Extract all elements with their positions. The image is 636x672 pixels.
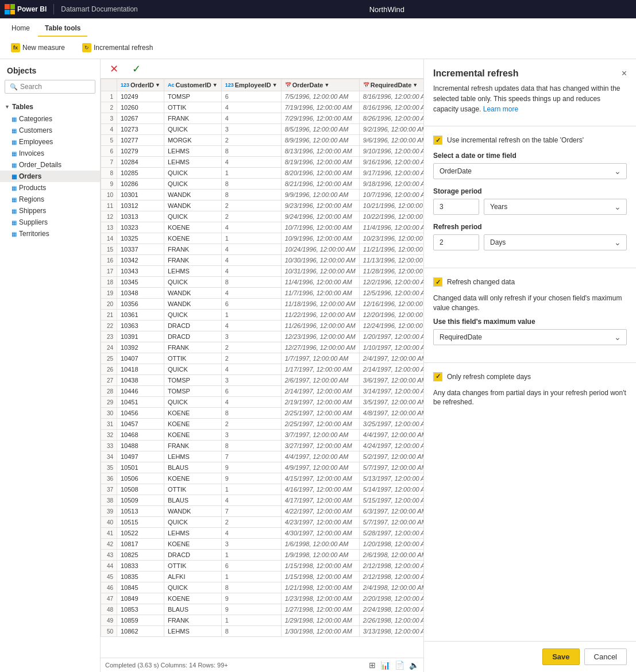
cell-orderid: 10285 [117, 168, 164, 179]
cell-employeeid: 4 [221, 528, 281, 539]
cell-orderid: 10249 [117, 91, 164, 102]
cell-orderdate: 1/29/1998, 12:00:00 AM [281, 615, 359, 626]
panel-desc-text: Incremental refresh updates data that ha… [433, 84, 620, 113]
cell-customerid: QUICK [164, 582, 221, 593]
cell-requireddate: 11/28/1996, 12:00:00 AM [359, 266, 423, 277]
field-max-select[interactable]: OrderDate RequiredDate ShippedDate [433, 329, 627, 345]
cell-orderid: 10451 [117, 397, 164, 408]
cell-requireddate: 11/4/1996, 12:00:00 AM [359, 222, 423, 233]
table-row: 2810446TOMSP62/14/1997, 12:00:00 AM3/14/… [101, 386, 424, 397]
table-row: 2110361QUICK111/22/1996, 12:00:00 AM12/2… [101, 310, 424, 320]
cell-orderid: 10312 [117, 200, 164, 211]
cell-requireddate: 2/24/1998, 12:00:00 AM [359, 604, 423, 615]
storage-period-input[interactable] [433, 199, 479, 215]
cell-orderid: 10277 [117, 135, 164, 146]
refresh-period-select[interactable]: Days Months Years [484, 234, 627, 250]
col-orderdate[interactable]: 📅 OrderDate ▼ [281, 79, 359, 91]
cell-employeeid: 8 [221, 179, 281, 190]
incremental-refresh-button[interactable]: ↻ Incremental refresh [76, 40, 159, 55]
ribbon-tabs: Home Table tools [0, 18, 636, 37]
refresh-changed-checkbox-row: Refresh changed data [433, 277, 627, 287]
sidebar-item-products[interactable]: ▦ Products [0, 182, 100, 194]
table-row: 810285QUICK18/20/1996, 12:00:00 AM9/17/1… [101, 168, 424, 179]
sidebar-item-invoices[interactable]: ▦ Invoices [0, 148, 100, 159]
use-incremental-checkbox[interactable] [433, 136, 442, 145]
cell-orderdate: 8/21/1996, 12:00:00 AM [281, 179, 359, 190]
cell-requireddate: 11/13/1996, 12:00:00 AM [359, 255, 423, 266]
cell-orderid: 10488 [117, 441, 164, 451]
cell-orderdate: 12/23/1996, 12:00:00 AM [281, 331, 359, 342]
grid-icon[interactable]: ⊞ [369, 661, 376, 670]
panel-divider-2 [424, 268, 636, 268]
table-icon: ▦ [11, 219, 17, 226]
row-number: 8 [101, 168, 117, 179]
table-row: 2510407OTTIK21/7/1997, 12:00:00 AM2/4/19… [101, 353, 424, 364]
cell-requireddate: 9/17/1996, 12:00:00 AM [359, 168, 423, 179]
cell-customerid: KOENE [164, 233, 221, 244]
col-requireddate[interactable]: 📅 RequiredDate ▼ [359, 79, 423, 91]
save-button[interactable]: Save [542, 648, 579, 665]
refresh-period-input[interactable] [433, 234, 479, 250]
cell-orderid: 10279 [117, 146, 164, 157]
sidebar-item-suppliers[interactable]: ▦ Suppliers [0, 217, 100, 228]
cell-employeeid: 2 [221, 517, 281, 528]
col-customerid[interactable]: Ac CustomerID ▼ [164, 79, 221, 91]
storage-period-row: Days Months Years [433, 199, 627, 215]
refresh-changed-checkbox[interactable] [433, 277, 442, 287]
sidebar-item-regions[interactable]: ▦ Regions [0, 194, 100, 205]
row-number: 33 [101, 441, 117, 451]
report-icon[interactable]: 📄 [395, 661, 404, 670]
tables-section-header[interactable]: ▼ Tables [0, 101, 100, 113]
col-orderid[interactable]: 123 OrderID ▼ [117, 79, 164, 91]
sidebar-item-categories[interactable]: ▦ Categories [0, 113, 100, 125]
cell-orderid: 10853 [117, 604, 164, 615]
cell-customerid: LEHMS [164, 451, 221, 462]
sidebar-item-order-details[interactable]: ▦ Order_Details [0, 159, 100, 171]
learn-more-link[interactable]: Learn more [483, 105, 518, 113]
sidebar-item-shippers[interactable]: ▦ Shippers [0, 205, 100, 217]
cell-employeeid: 4 [221, 495, 281, 506]
cell-orderdate: 3/27/1997, 12:00:00 AM [281, 441, 359, 451]
sidebar-item-territories[interactable]: ▦ Territories [0, 228, 100, 240]
panel-close-button[interactable]: × [622, 68, 627, 79]
tab-table-tools[interactable]: Table tools [38, 21, 87, 37]
confirm-button[interactable]: ✓ [128, 61, 145, 77]
cell-customerid: WANDK [164, 506, 221, 517]
use-incremental-label: Use incremental refresh on the table 'Or… [447, 136, 584, 144]
cell-customerid: LEHMS [164, 157, 221, 168]
search-input[interactable] [20, 83, 90, 91]
new-measure-button[interactable]: fx New measure [5, 40, 71, 55]
refresh-period-select-wrapper: Days Months Years [484, 234, 627, 250]
cell-orderdate: 4/30/1997, 12:00:00 AM [281, 528, 359, 539]
cell-employeeid: 4 [221, 102, 281, 113]
cell-customerid: FRANK [164, 113, 221, 124]
cell-employeeid: 8 [221, 190, 281, 200]
sidebar-item-employees[interactable]: ▦ Employees [0, 136, 100, 148]
table-row: 1310323KOENE410/7/1996, 12:00:00 AM11/4/… [101, 222, 424, 233]
complete-days-checkbox[interactable] [433, 372, 442, 381]
cell-requireddate: 2/4/1998, 12:00:00 AM [359, 582, 423, 593]
table-row: 4310825DRACD11/9/1998, 12:00:00 AM2/6/19… [101, 550, 424, 561]
table-row: 4010515QUICK24/23/1997, 12:00:00 AM5/7/1… [101, 517, 424, 528]
date-field-select[interactable]: OrderDate RequiredDate ShippedDate [433, 163, 627, 179]
table-row: 510277MORGK28/9/1996, 12:00:00 AM9/6/199… [101, 135, 424, 146]
discard-button[interactable]: ✕ [105, 61, 123, 77]
table-icon: ▦ [11, 185, 17, 191]
cell-customerid: TOMSP [164, 375, 221, 386]
cell-employeeid: 8 [221, 146, 281, 157]
panel-divider-3 [424, 362, 636, 363]
table-row: 310267FRANK47/29/1996, 12:00:00 AM8/26/1… [101, 113, 424, 124]
sidebar-item-customers[interactable]: ▦ Customers [0, 125, 100, 136]
cell-orderid: 10501 [117, 462, 164, 473]
cell-customerid: LEHMS [164, 528, 221, 539]
cancel-button[interactable]: Cancel [584, 648, 627, 665]
speaker-icon[interactable]: 🔈 [409, 661, 419, 670]
storage-period-select[interactable]: Days Months Years [484, 199, 627, 215]
cell-orderid: 10284 [117, 157, 164, 168]
cell-orderdate: 9/9/1996, 12:00:00 AM [281, 190, 359, 200]
col-employeeid[interactable]: 123 EmployeeID ▼ [221, 79, 281, 91]
tab-home[interactable]: Home [5, 21, 37, 37]
chart-icon[interactable]: 📊 [380, 661, 390, 670]
cell-orderid: 10859 [117, 615, 164, 626]
sidebar-item-orders[interactable]: ▦ Orders [0, 171, 100, 182]
